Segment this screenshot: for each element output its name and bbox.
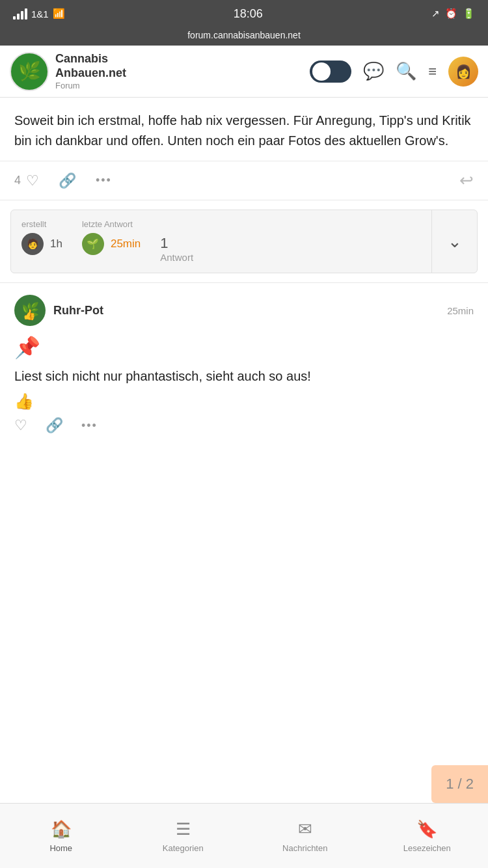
logo-area[interactable]: 🌿 CannabisAnbauen.net Forum [10, 52, 126, 91]
alarm-icon: ⏰ [445, 8, 457, 20]
last-reply-col: letzte Antwort 🌱 25min [82, 219, 141, 264]
current-page: 1 [446, 776, 454, 792]
reply-like-action[interactable]: ♡ [14, 417, 27, 434]
reply-username[interactable]: Ruhr-Pot [53, 304, 103, 318]
url-text: forum.cannabisanbauen.net [187, 30, 301, 40]
site-subtitle: Forum [55, 81, 126, 90]
count-number: 1 [160, 235, 168, 251]
home-icon: 🏠 [51, 819, 72, 839]
reply-post: 🌿 👍 Ruhr-Pot 25min 📌 Liest sich nicht nu… [0, 282, 488, 452]
summary-left: erstellt 🧑 1h letzte Antwort 🌱 25min 1 A… [11, 210, 431, 273]
total-pages: 2 [466, 776, 474, 792]
nav-nachrichten[interactable]: ✉ Nachrichten [244, 804, 366, 868]
toggle-knob [312, 62, 331, 81]
reply-user: 🌿 👍 Ruhr-Pot [14, 295, 103, 326]
last-reply-label: letzte Antwort [82, 219, 141, 229]
created-time: 1h [50, 237, 62, 251]
wifi-icon: 📶 [53, 8, 65, 20]
reply-more-icon: ••• [81, 419, 98, 433]
site-name-block: CannabisAnbauen.net Forum [55, 52, 126, 90]
replier-avatar: 🌱 [82, 233, 104, 255]
clock: 18:06 [234, 7, 263, 21]
reply-time: 25min [447, 305, 474, 316]
status-left: 1&1 📶 [13, 8, 65, 20]
theme-toggle[interactable] [310, 61, 351, 83]
like-count: 4 [14, 174, 21, 187]
nav-icons: 💬 🔍 ≡ 👩 [310, 57, 478, 87]
reply-count: 1 Antwort [160, 235, 193, 264]
nav-lesezeichen-label: Lesezeichen [403, 843, 451, 853]
more-icon: ••• [96, 174, 112, 187]
signal-icon [13, 8, 27, 20]
bottom-nav: 🏠 Home ☰ Kategorien ✉ Nachrichten 🔖 Lese… [0, 803, 488, 868]
expand-button[interactable]: ⌄ [431, 210, 477, 273]
post-content: Soweit bin ich erstmal, hoffe hab nix ve… [0, 98, 488, 161]
link-action[interactable]: 🔗 [59, 172, 76, 189]
reply-text: Liest sich nicht nur phantastisch, sieht… [14, 366, 474, 386]
chevron-down-icon: ⌄ [448, 232, 462, 252]
reply-count-col: 1 Antwort [160, 219, 193, 264]
nav-home-label: Home [49, 843, 72, 853]
count-label: Antwort [160, 252, 193, 263]
site-title: CannabisAnbauen.net [55, 52, 126, 80]
chat-icon[interactable]: 💬 [363, 61, 384, 81]
heart-icon: ♡ [26, 172, 39, 189]
lesezeichen-icon: 🔖 [416, 819, 437, 839]
reply-header: 🌿 👍 Ruhr-Pot 25min [14, 295, 474, 326]
status-bar: 1&1 📶 18:06 ↗ ⏰ 🔋 [0, 0, 488, 27]
last-reply-val: 🌱 25min [82, 233, 141, 255]
created-val: 🧑 1h [21, 233, 62, 255]
nav-home[interactable]: 🏠 Home [0, 804, 122, 868]
carrier-label: 1&1 [31, 8, 49, 20]
status-right: ↗ ⏰ 🔋 [431, 8, 475, 20]
search-icon[interactable]: 🔍 [396, 61, 416, 81]
reply-link-action[interactable]: 🔗 [46, 417, 63, 434]
page-indicator[interactable]: 1 / 2 [431, 765, 488, 803]
nav-lesezeichen[interactable]: 🔖 Lesezeichen [366, 804, 489, 868]
site-logo: 🌿 [10, 52, 49, 91]
menu-icon[interactable]: ≡ [428, 63, 437, 80]
nav-header: 🌿 CannabisAnbauen.net Forum 💬 🔍 ≡ 👩 [0, 46, 488, 98]
created-col: erstellt 🧑 1h [21, 219, 62, 264]
post-actions: 4 ♡ 🔗 ••• ↩ [0, 161, 488, 200]
reply-link-icon: 🔗 [46, 417, 63, 434]
summary-bar[interactable]: erstellt 🧑 1h letzte Antwort 🌱 25min 1 A… [10, 210, 478, 273]
more-action[interactable]: ••• [96, 174, 112, 187]
like-action[interactable]: 4 ♡ [14, 172, 39, 189]
created-label: erstellt [21, 219, 62, 229]
nav-kategorien[interactable]: ☰ Kategorien [122, 804, 245, 868]
page-separator: / [458, 776, 462, 792]
user-avatar[interactable]: 👩 [448, 57, 478, 87]
pin-emoji: 📌 [14, 335, 474, 360]
location-icon: ↗ [431, 8, 440, 20]
last-reply-time: 25min [111, 237, 141, 251]
reply-more-action[interactable]: ••• [81, 419, 98, 433]
nachrichten-icon: ✉ [298, 819, 312, 839]
kategorien-icon: ☰ [176, 819, 191, 839]
reply-post-actions: ♡ 🔗 ••• [14, 411, 474, 441]
reply-action[interactable]: ↩ [459, 170, 474, 191]
nav-nachrichten-label: Nachrichten [282, 843, 327, 853]
reply-user-avatar: 🌿 👍 [14, 295, 46, 326]
url-bar[interactable]: forum.cannabisanbauen.net [0, 27, 488, 46]
post-text: Soweit bin ich erstmal, hoffe hab nix ve… [14, 113, 471, 148]
reply-emoji: 👍 [14, 392, 474, 411]
link-icon: 🔗 [59, 172, 76, 189]
nav-kategorien-label: Kategorien [163, 843, 204, 853]
battery-icon: 🔋 [463, 8, 475, 20]
creator-avatar: 🧑 [21, 233, 44, 255]
reply-heart-icon: ♡ [14, 417, 27, 434]
